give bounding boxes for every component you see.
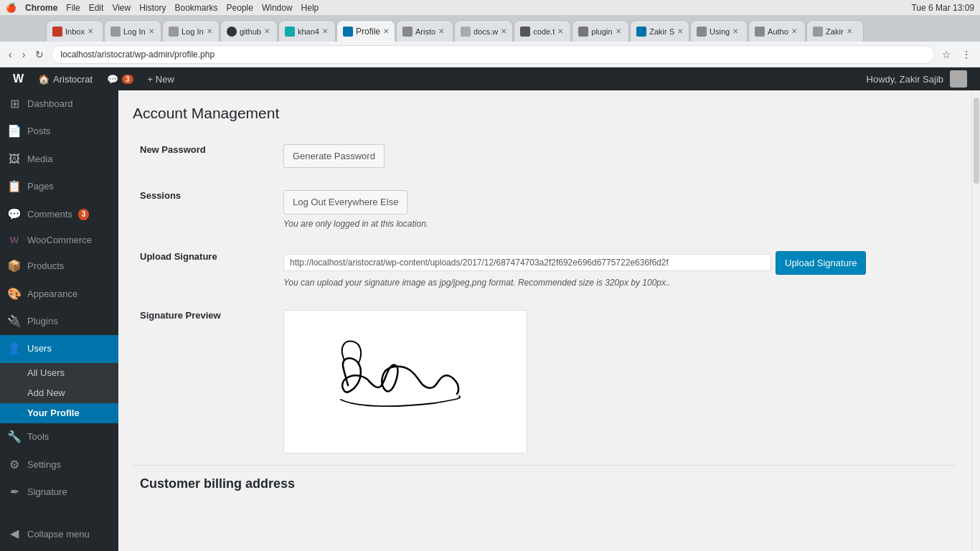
new-password-label: New Password [133,133,276,179]
sidebar-item-label: Pages [27,180,54,193]
sidebar-item-plugins[interactable]: 🔌 Plugins [0,308,118,335]
sidebar-item-label: Dashboard [27,98,73,110]
tab-close-icon[interactable]: ✕ [677,27,683,35]
upload-signature-label: Upload Signature [133,240,276,298]
generate-password-button[interactable]: Generate Password [283,144,385,168]
user-profile-button[interactable]: Howdy, Zakir Sajib [859,67,974,90]
tab-close-icon[interactable]: ✕ [264,27,270,35]
upload-signature-button[interactable]: Upload Signature [776,251,866,275]
tab-zakir2[interactable]: Zakir ✕ [806,20,864,42]
tab-close-icon[interactable]: ✕ [88,27,93,35]
billing-section-title: Customer billing address [133,465,957,495]
tab-docs[interactable]: docs.w ✕ [454,20,513,42]
sidebar-collapse-menu[interactable]: ◀ Collapse menu [0,520,118,547]
mac-window: Window [262,3,293,13]
apple-icon: 🍎 [6,3,17,13]
tab-close-icon[interactable]: ✕ [847,27,852,35]
comments-badge: 3 [122,75,133,84]
tab-label: Aristo [415,27,435,36]
appearance-icon: 🎨 [7,286,22,302]
mac-edit: Edit [89,3,104,13]
sidebar-item-tools[interactable]: 🔧 Tools [0,423,118,451]
tab-autho[interactable]: Autho ✕ [748,20,806,42]
media-icon: 🖼 [7,151,22,167]
tab-close-icon[interactable]: ✕ [149,27,154,35]
sidebar-item-pages[interactable]: 📋 Pages [0,173,118,200]
mac-os-bar: 🍎 Chrome File Edit View History Bookmark… [0,0,980,16]
tab-khan[interactable]: khan4 ✕ [278,20,336,42]
sidebar-item-label: Comments [27,208,72,221]
sidebar-your-profile[interactable]: Your Profile [0,403,118,423]
tab-close-icon[interactable]: ✕ [791,27,797,35]
sidebar-item-dashboard[interactable]: ⊞ Dashboard [0,90,118,118]
tab-plugin[interactable]: plugin ✕ [572,20,629,42]
sidebar-item-media[interactable]: 🖼 Media [0,146,118,173]
tab-favicon [402,27,413,37]
upload-signature-field: http://localhost/aristocrat/wp-content/u… [276,240,957,298]
comments-nav-badge: 3 [78,209,90,220]
tab-login2[interactable]: Log In ✕ [162,20,220,42]
tab-code[interactable]: code.t ✕ [514,20,571,42]
sidebar-all-users[interactable]: All Users [0,363,118,383]
tab-github[interactable]: github ✕ [220,20,278,42]
scrollbar-thumb[interactable] [974,98,979,184]
sidebar-item-label: Posts [27,125,51,138]
tab-favicon [813,27,823,37]
bookmark-icon[interactable]: ☆ [939,47,954,62]
tab-label: Using [710,27,730,36]
tab-label: khan4 [298,27,319,36]
address-bar: ‹ › ↻ localhost/aristocrat/wp-admin/prof… [0,42,980,67]
users-icon: 👤 [7,341,22,357]
sidebar-item-users[interactable]: 👤 Users [0,335,118,362]
back-button[interactable]: ‹ [6,47,15,62]
tab-label: plugin [591,27,612,36]
sidebar-item-products[interactable]: 📦 Products [0,253,118,280]
tab-using[interactable]: Using ✕ [690,20,748,42]
tab-inbox[interactable]: Inbox ✕ [46,20,103,42]
sidebar-item-appearance[interactable]: 🎨 Appearance [0,281,118,308]
sidebar-add-new[interactable]: Add New [0,383,118,403]
url-text: localhost/aristocrat/wp-admin/profile.ph… [60,50,215,60]
new-label: + New [148,74,174,85]
url-input[interactable]: localhost/aristocrat/wp-admin/profile.ph… [51,45,935,64]
tab-favicon [461,27,471,37]
tab-favicon [578,27,588,37]
tab-close-icon[interactable]: ✕ [501,27,507,35]
tab-close-icon[interactable]: ✕ [557,27,563,35]
reload-button[interactable]: ↻ [32,47,47,62]
tab-close-icon[interactable]: ✕ [322,27,328,35]
forward-button[interactable]: › [19,47,29,62]
log-out-everywhere-button[interactable]: Log Out Everywhere Else [283,190,407,214]
add-new-label: Add New [27,387,65,400]
sidebar-item-posts[interactable]: 📄 Posts [0,118,118,145]
user-avatar-icon [950,70,967,88]
sidebar-item-label: Signature [27,486,67,499]
sidebar-item-label: Tools [27,430,49,443]
tab-close-icon[interactable]: ✕ [732,27,738,35]
new-content-button[interactable]: + New [141,67,182,90]
tab-close-icon[interactable]: ✕ [383,27,389,35]
mac-file: File [66,3,80,13]
howdy-text: Howdy, Zakir Sajib [867,74,943,85]
sidebar-item-comments[interactable]: 💬 Comments 3 [0,201,118,228]
wp-logo-button[interactable]: W [6,67,31,90]
all-users-label: All Users [27,367,65,380]
tab-label: Zakir S [649,27,674,36]
tab-profile[interactable]: Profile ✕ [336,20,395,42]
sidebar-item-settings[interactable]: ⚙ Settings [0,451,118,479]
sidebar-item-label: Appearance [27,288,77,301]
tab-close-icon[interactable]: ✕ [616,27,621,35]
sidebar-item-woocommerce[interactable]: W WooCommerce [0,228,118,253]
menu-icon[interactable]: ⋮ [958,47,974,62]
tab-close-icon[interactable]: ✕ [438,27,444,35]
tab-close-icon[interactable]: ✕ [207,27,212,35]
site-name-button[interactable]: 🏠 Aristocrat [31,67,100,90]
tab-zakir[interactable]: Zakir S ✕ [630,20,689,42]
tab-login1[interactable]: Log In ✕ [104,20,161,42]
tab-favicon [343,27,353,37]
sidebar-item-signature[interactable]: ✒ Signature [0,479,118,506]
scrollbar-track[interactable] [971,90,980,551]
main-content: Account Management New Password Generate… [118,90,971,551]
comments-button[interactable]: 💬 3 [100,67,141,90]
tab-aristo[interactable]: Aristo ✕ [396,20,453,42]
